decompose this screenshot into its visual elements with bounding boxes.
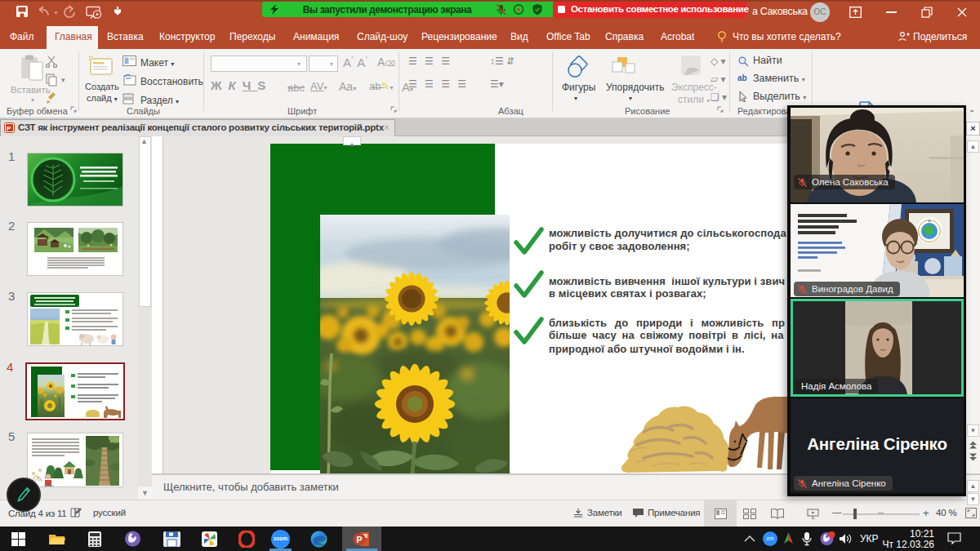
svg-text:▾: ▾ xyxy=(61,76,65,84)
svg-text:P: P xyxy=(357,535,363,544)
svg-text:P: P xyxy=(7,125,11,132)
